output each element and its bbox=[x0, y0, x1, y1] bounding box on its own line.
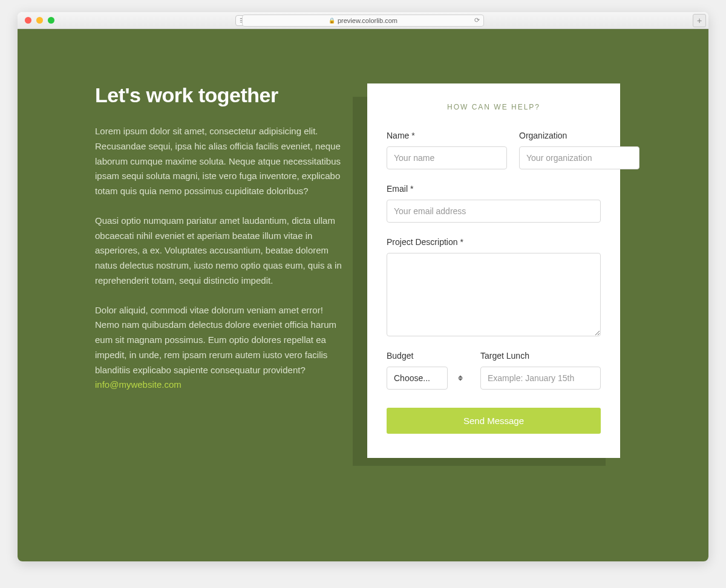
page-content: Let's work together Lorem ipsum dolor si… bbox=[18, 29, 708, 561]
url-host: preview.colorlib.com bbox=[338, 17, 397, 24]
address-bar[interactable]: 🔒 preview.colorlib.com ⟳ bbox=[242, 15, 484, 27]
close-window-button[interactable] bbox=[25, 17, 31, 24]
project-description-textarea[interactable] bbox=[387, 253, 601, 336]
email-input[interactable] bbox=[387, 200, 601, 223]
budget-label: Budget bbox=[387, 351, 468, 361]
traffic-lights bbox=[25, 17, 54, 24]
budget-select[interactable]: Choose... bbox=[387, 367, 448, 390]
contact-email-link[interactable]: info@mywebsite.com bbox=[95, 379, 182, 390]
form-heading: HOW CAN WE HELP? bbox=[387, 103, 601, 111]
name-input[interactable] bbox=[387, 146, 507, 169]
intro-paragraph-1: Lorem ipsum dolor sit amet, consectetur … bbox=[95, 124, 349, 199]
email-label: Email * bbox=[387, 184, 601, 194]
project-description-label: Project Description * bbox=[387, 237, 601, 247]
intro-paragraph-2: Quasi optio numquam pariatur amet laudan… bbox=[95, 214, 349, 289]
browser-chrome: ☰ ⊕ 🔒 preview.colorlib.com ⟳ + bbox=[18, 12, 708, 29]
target-launch-label: Target Lunch bbox=[480, 351, 601, 361]
contact-form-card: HOW CAN WE HELP? Name * Organization Ema… bbox=[367, 83, 620, 458]
target-launch-input[interactable] bbox=[480, 367, 601, 390]
minimize-window-button[interactable] bbox=[36, 17, 43, 24]
page-title: Let's work together bbox=[95, 83, 349, 107]
send-message-button[interactable]: Send Message bbox=[387, 408, 601, 434]
organization-label: Organization bbox=[519, 131, 639, 140]
reload-icon[interactable]: ⟳ bbox=[474, 16, 480, 24]
lock-icon: 🔒 bbox=[329, 18, 335, 24]
intro-paragraph-3-text: Dolor aliquid, commodi vitae dolorum ven… bbox=[95, 305, 336, 375]
name-label: Name * bbox=[387, 131, 507, 140]
browser-window: ☰ ⊕ 🔒 preview.colorlib.com ⟳ + Let's wor… bbox=[18, 12, 708, 561]
maximize-window-button[interactable] bbox=[48, 17, 54, 24]
form-column: HOW CAN WE HELP? Name * Organization Ema… bbox=[367, 83, 631, 489]
chevron-sort-icon bbox=[458, 376, 463, 381]
organization-input[interactable] bbox=[519, 146, 639, 169]
intro-paragraph-3: Dolor aliquid, commodi vitae dolorum ven… bbox=[95, 303, 349, 393]
intro-column: Let's work together Lorem ipsum dolor si… bbox=[95, 83, 349, 489]
new-tab-button[interactable]: + bbox=[693, 14, 706, 27]
